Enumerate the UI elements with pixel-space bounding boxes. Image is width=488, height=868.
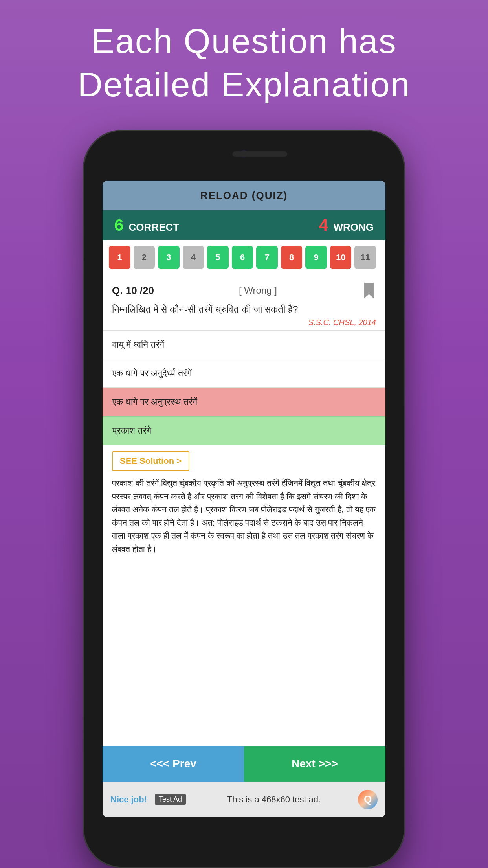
question-pill-1[interactable]: 1 <box>109 246 130 269</box>
ad-logo: Q <box>358 790 378 809</box>
wrong-label: WRONG <box>333 221 374 233</box>
option-4[interactable]: प्रकाश तरंगे <box>103 416 385 445</box>
correct-label: CORRECT <box>129 221 180 233</box>
question-pill-7[interactable]: 7 <box>256 246 278 269</box>
question-status: [ Wrong ] <box>239 285 277 296</box>
question-pill-4[interactable]: 4 <box>183 246 204 269</box>
score-wrong: 4 WRONG <box>319 216 374 235</box>
next-button[interactable]: Next >>> <box>244 746 385 782</box>
score-correct: 6 CORRECT <box>114 216 179 235</box>
question-number: Q. 10 /20 <box>112 285 154 297</box>
options-list: वायु में ध्वनि तरंगेंएक धागे पर अनुदैर्ध… <box>103 330 385 445</box>
score-bar: 6 CORRECT 4 WRONG <box>103 210 385 240</box>
prev-button[interactable]: <<< Prev <box>103 746 244 782</box>
question-source: S.S.C. CHSL, 2014 <box>112 318 376 327</box>
question-pills: 1234567891011 <box>103 240 385 275</box>
question-pill-5[interactable]: 5 <box>207 246 229 269</box>
question-pill-6[interactable]: 6 <box>232 246 253 269</box>
ad-text: This is a 468x60 test ad. <box>190 794 358 805</box>
hero-title-line1: Each Question has <box>77 20 410 63</box>
question-pill-11[interactable]: 11 <box>354 246 376 269</box>
bookmark-icon[interactable] <box>362 283 376 298</box>
ad-label: Test Ad <box>155 794 186 805</box>
question-pill-10[interactable]: 10 <box>330 246 352 269</box>
question-meta: Q. 10 /20 [ Wrong ] <box>112 283 376 298</box>
solution-text: प्रकाश की तरंगें विद्युत चुंबकीय प्रकृति… <box>112 476 376 556</box>
option-2[interactable]: एक धागे पर अनुदैर्ध्य तरंगें <box>103 359 385 388</box>
hero-title-line2: Detailed Explanation <box>77 63 410 106</box>
app-header[interactable]: RELOAD (QUIZ) <box>103 181 385 210</box>
question-area: Q. 10 /20 [ Wrong ] निम्नलिखित में से कौ… <box>103 275 385 330</box>
solution-section: SEE Solution > प्रकाश की तरंगें विद्युत … <box>103 445 385 746</box>
wrong-number: 4 <box>319 216 328 234</box>
question-pill-8[interactable]: 8 <box>281 246 303 269</box>
phone-speaker <box>232 151 287 157</box>
ad-nice-text: Nice job! <box>110 794 147 805</box>
ad-banner: Nice job! Test Ad This is a 468x60 test … <box>103 782 385 817</box>
correct-number: 6 <box>114 216 123 234</box>
see-solution-button[interactable]: SEE Solution > <box>112 451 189 471</box>
phone-screen: RELOAD (QUIZ) 6 CORRECT 4 WRONG 12345678… <box>103 181 385 817</box>
question-text: निम्नलिखित में से कौन-सी तरंगें ध्रुवित … <box>112 302 376 316</box>
nav-buttons: <<< Prev Next >>> <box>103 746 385 782</box>
option-1[interactable]: वायु में ध्वनि तरंगें <box>103 330 385 359</box>
question-pill-3[interactable]: 3 <box>158 246 180 269</box>
hero-title: Each Question has Detailed Explanation <box>54 20 434 106</box>
question-pill-9[interactable]: 9 <box>305 246 327 269</box>
option-3[interactable]: एक धागे पर अनुप्रस्थ तरंगें <box>103 388 385 416</box>
phone-frame: RELOAD (QUIZ) 6 CORRECT 4 WRONG 12345678… <box>83 130 405 868</box>
question-pill-2[interactable]: 2 <box>134 246 155 269</box>
